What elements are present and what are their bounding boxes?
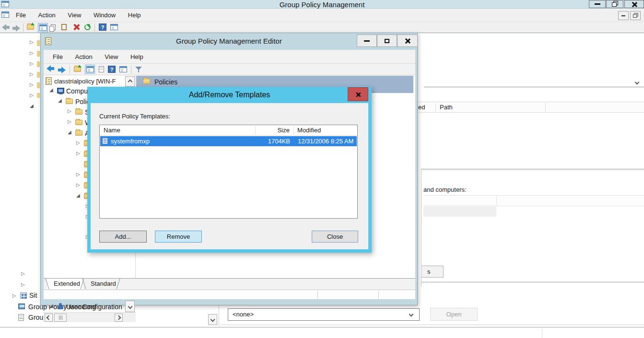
new-window-button[interactable]: [110, 24, 118, 30]
tree-collapse-icon[interactable]: ◢: [68, 129, 71, 135]
close-button[interactable]: Close: [312, 231, 358, 243]
scroll-left-button[interactable]: [45, 314, 53, 322]
wmi-filter-combobox[interactable]: <none>: [228, 308, 420, 321]
gpm-menubar: File Action View Window Help: [0, 9, 644, 22]
domain-combo-chevron[interactable]: [635, 78, 639, 85]
help-button[interactable]: ?: [108, 66, 116, 73]
paste-button[interactable]: [61, 24, 67, 30]
remove-button[interactable]: Remove: [155, 231, 202, 243]
tree-expand-icon[interactable]: ▷: [30, 50, 34, 56]
console-tree-icon: [86, 66, 94, 72]
template-file-icon: [102, 138, 108, 144]
column-path[interactable]: Path: [440, 104, 453, 111]
tab-standard-label: Standard: [91, 280, 116, 287]
back-button[interactable]: [2, 24, 10, 32]
tree-expand-icon[interactable]: ▷: [76, 182, 80, 188]
scroll-right-button[interactable]: [115, 314, 123, 322]
tree-collapse-icon[interactable]: ◢: [49, 303, 53, 309]
column-name[interactable]: Name: [104, 127, 120, 134]
filter-icon: [135, 66, 142, 73]
template-row-systemfromxp[interactable]: systemfromxp 1704KB 12/31/2006 8:25 AM: [100, 136, 357, 146]
tree-expand-icon[interactable]: ▷: [21, 282, 25, 288]
tree-expand-icon[interactable]: ▷: [30, 82, 34, 88]
menu-action[interactable]: Action: [33, 9, 61, 22]
menu-window[interactable]: Window: [88, 9, 121, 22]
results-header-label: Policies: [154, 78, 177, 86]
open-button[interactable]: Open: [430, 308, 478, 321]
add-button[interactable]: Add...: [99, 231, 147, 243]
tree-expand-icon[interactable]: ▷: [68, 108, 71, 114]
chevron-right-icon: [117, 315, 121, 320]
console-tree-icon: [39, 24, 47, 31]
tree-expand-icon[interactable]: ▷: [21, 271, 25, 277]
up-one-level-button[interactable]: [74, 67, 81, 72]
tree-item-user-configuration[interactable]: User Configuration: [66, 303, 125, 311]
new-window-button[interactable]: [119, 66, 127, 72]
tree-item-root[interactable]: classtrialpolicy [WIN-F: [54, 78, 125, 85]
tab-standard[interactable]: Standard: [84, 279, 118, 289]
menu-help[interactable]: Help: [123, 9, 146, 22]
tree-scrollbar-down-button[interactable]: [125, 301, 135, 312]
show-console-tree-button[interactable]: [85, 65, 95, 74]
tree-expand-icon[interactable]: ▷: [12, 293, 16, 299]
tree-expand-icon[interactable]: ▷: [68, 119, 71, 125]
tree-folder-slivers: [37, 40, 40, 98]
tree-expand-icon[interactable]: ▷: [30, 39, 34, 45]
tree-collapse-icon[interactable]: ◢: [76, 193, 80, 198]
filter-button[interactable]: [135, 66, 142, 73]
menu-file[interactable]: File: [11, 9, 31, 22]
gpme-tab-bar: Extended Standard: [44, 278, 415, 290]
menu-action[interactable]: Action: [70, 50, 98, 64]
tree-collapse-icon[interactable]: ◢: [58, 98, 62, 104]
forward-button[interactable]: [58, 66, 66, 73]
gpme-close-button[interactable]: [397, 35, 418, 47]
mdi-minimize-button[interactable]: [618, 11, 629, 20]
up-one-level-button[interactable]: [27, 24, 34, 30]
tree-item-sites[interactable]: Sit: [29, 291, 40, 299]
tab-extended[interactable]: Extended: [47, 279, 82, 289]
show-console-tree-button[interactable]: [38, 23, 48, 32]
refresh-button[interactable]: [84, 24, 91, 30]
tree-item-computer-configuration[interactable]: Compu: [66, 87, 90, 95]
tree-expand-icon[interactable]: ▷: [76, 172, 80, 177]
filtering-table-row[interactable]: [423, 207, 496, 217]
mdi-restore-button[interactable]: [630, 11, 641, 20]
copy-button[interactable]: [51, 24, 54, 32]
scrollbar-thumb[interactable]: [54, 314, 67, 322]
tree-scrollbar-up-button[interactable]: [125, 76, 135, 87]
tree-expand-icon[interactable]: ▷: [76, 151, 80, 156]
templates-listview[interactable]: Name Size Modified systemfromxp 1704KB 1…: [99, 125, 358, 219]
menu-help[interactable]: Help: [125, 50, 149, 64]
tree-collapse-icon[interactable]: ◢: [30, 103, 34, 109]
help-button[interactable]: ?: [99, 23, 106, 31]
wmi-filter-value: <none>: [233, 311, 254, 318]
maximize-button[interactable]: [606, 0, 623, 8]
forward-button[interactable]: [12, 24, 20, 32]
tree-expand-icon[interactable]: ▷: [30, 61, 34, 67]
tree-scrollbar-down-button[interactable]: [208, 314, 217, 325]
delete-button[interactable]: [73, 24, 80, 30]
add-remove-templates-dialog: Add/Remove Templates Current Policy Temp…: [87, 87, 372, 253]
dialog-body: Current Policy Templates: Name Size Modi…: [91, 103, 368, 249]
tree-expand-icon[interactable]: ▷: [30, 71, 34, 77]
column-enforced-partial[interactable]: ed: [418, 104, 425, 111]
tree-expand-icon[interactable]: ▷: [30, 93, 34, 98]
tree-expand-icon[interactable]: ▷: [76, 140, 80, 146]
export-list-button[interactable]: [99, 66, 104, 72]
tree-collapse-icon[interactable]: ◢: [49, 87, 53, 93]
menu-view[interactable]: View: [62, 9, 86, 22]
column-modified[interactable]: Modified: [297, 127, 321, 134]
properties-button-partial[interactable]: s: [422, 266, 444, 278]
gpme-maximize-button[interactable]: [377, 35, 397, 47]
back-button[interactable]: [47, 65, 54, 73]
menu-view[interactable]: View: [99, 50, 123, 64]
column-size[interactable]: Size: [258, 127, 290, 134]
root-node-icon: [46, 77, 52, 85]
tree-hscrollbar[interactable]: [44, 312, 136, 322]
menu-file[interactable]: File: [47, 50, 68, 64]
gpme-minimize-button[interactable]: [357, 35, 377, 47]
gpm-window-title: Group Policy Management: [0, 0, 644, 9]
minimize-button[interactable]: [589, 0, 606, 8]
dialog-close-button[interactable]: [348, 87, 368, 101]
close-button[interactable]: [624, 0, 644, 8]
